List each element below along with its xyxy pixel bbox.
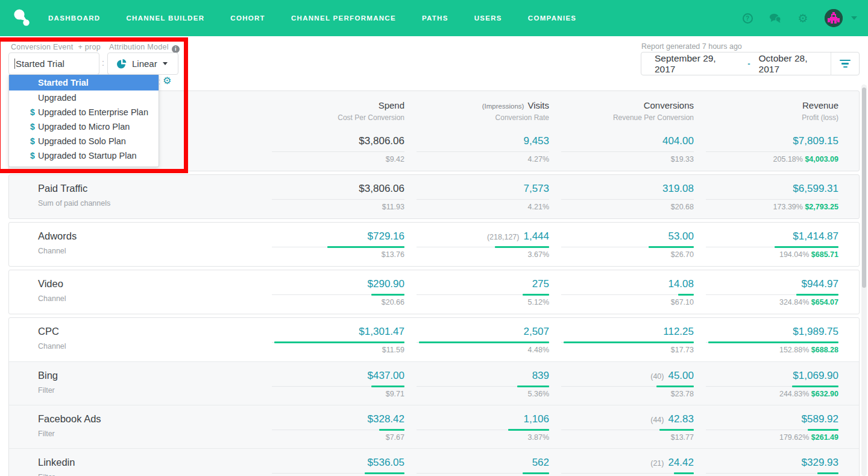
- metric-main-value[interactable]: (40)45.00: [549, 370, 694, 382]
- metric-sub-value: $9.71: [260, 390, 404, 398]
- metric-main-value[interactable]: 404.00: [549, 135, 694, 147]
- info-icon[interactable]: i: [172, 45, 180, 53]
- metric-main-value[interactable]: 14.08: [549, 278, 694, 290]
- metric-main-value[interactable]: 275: [404, 278, 549, 290]
- nav-item-dashboard[interactable]: DASHBOARD: [48, 14, 100, 22]
- app-logo-icon[interactable]: [12, 8, 33, 28]
- metric-main-value[interactable]: 9,453: [404, 135, 549, 147]
- date-range-picker[interactable]: September 29, 2017 - October 28, 2017: [641, 52, 860, 75]
- metric-main-value[interactable]: 2,507: [404, 326, 549, 338]
- value-bar: [678, 294, 694, 296]
- metric-main-value[interactable]: 112.25: [549, 326, 694, 338]
- cell-secondary-value: (44): [650, 416, 664, 424]
- metric-main-value[interactable]: $589.92: [694, 413, 838, 425]
- scrollbar-track[interactable]: [861, 84, 867, 476]
- row-title: CPC: [38, 326, 260, 337]
- value-bar: [365, 472, 404, 474]
- nav-item-companies[interactable]: COMPANIES: [528, 14, 577, 22]
- help-icon[interactable]: ?: [741, 12, 753, 24]
- metric-sub-value: 5.36%: [404, 390, 549, 398]
- metric-main-value[interactable]: $729.16: [260, 230, 404, 243]
- metric-main-value[interactable]: $437.00: [260, 370, 404, 382]
- dropdown-item-upgraded[interactable]: Upgraded: [9, 90, 159, 105]
- metric-main-value[interactable]: 562: [404, 457, 549, 469]
- dropdown-item-started-trial[interactable]: Started Trial: [9, 75, 159, 90]
- nav-item-cohort[interactable]: COHORT: [230, 14, 265, 22]
- cell-rule: [272, 199, 404, 200]
- metric-cell: 404.00 $19.33: [549, 135, 694, 171]
- settings-icon[interactable]: ⚙: [797, 12, 809, 24]
- metric-sub-value: $7.67: [260, 433, 404, 442]
- metric-main-value[interactable]: $329.93: [694, 457, 838, 469]
- row-title: Adwords: [38, 230, 260, 242]
- metric-main-value[interactable]: (44)42.83: [549, 413, 694, 425]
- metric-cell: (21)24.42 $13.51: [549, 457, 694, 476]
- nav-item-paths[interactable]: PATHS: [422, 14, 448, 22]
- cell-rule: [272, 247, 404, 247]
- nav-item-channel-performance[interactable]: CHANNEL PERFORMANCE: [291, 14, 396, 22]
- nav-item-users[interactable]: USERS: [474, 14, 502, 22]
- row-subtitle: Channel: [38, 342, 260, 351]
- metric-sub-value: 152.88% $688.28: [694, 346, 838, 354]
- cell-rule: [706, 294, 838, 295]
- cell-rule: [561, 386, 694, 387]
- profit-value: $654.07: [811, 298, 838, 306]
- metric-main-value: $3,806.06: [260, 183, 404, 195]
- nav-item-channel-builder[interactable]: CHANNEL BUILDER: [126, 14, 204, 22]
- value-bar: [708, 341, 838, 343]
- value-bar: [508, 429, 549, 431]
- conversion-event-input[interactable]: Started Trial: [8, 52, 99, 75]
- metric-cell: $536.05 $21.95: [260, 457, 404, 476]
- value-bar: [817, 472, 838, 474]
- avatar-chevron-icon[interactable]: [851, 16, 857, 20]
- cell-rule: [272, 151, 404, 152]
- cell-rule: [272, 386, 404, 387]
- date-end: October 28, 2017: [759, 53, 831, 75]
- metric-main-value[interactable]: 839: [404, 370, 549, 382]
- metric-main-value[interactable]: $944.97: [694, 278, 838, 290]
- row-title: Paid Traffic: [38, 183, 260, 194]
- metric-sub-value: 179.62% $261.49: [694, 433, 838, 442]
- dropdown-item-upgraded-to-solo-plan[interactable]: $Upgraded to Solo Plan: [9, 134, 159, 148]
- model-settings-gear-icon[interactable]: ⚙: [163, 75, 171, 86]
- metric-main-value[interactable]: $290.90: [260, 278, 404, 290]
- metric-main-value[interactable]: $536.05: [260, 457, 404, 469]
- dropdown-item-upgraded-to-enterprise-plan[interactable]: $Upgraded to Enterprise Plan: [9, 105, 159, 119]
- metric-main-value[interactable]: $328.42: [260, 413, 404, 425]
- metric-main-value[interactable]: 319.08: [549, 183, 694, 195]
- dropdown-item-upgraded-to-micro-plan[interactable]: $Upgraded to Micro Plan: [9, 119, 159, 134]
- metric-main-value[interactable]: (21)24.42: [549, 457, 694, 469]
- table-card: Paid Traffic Sum of paid channels $3,806…: [8, 174, 860, 219]
- avatar[interactable]: [825, 9, 843, 27]
- metric-main-value[interactable]: $7,809.15: [694, 135, 838, 147]
- metric-main-value[interactable]: $6,599.31: [694, 183, 838, 195]
- metric-main-value[interactable]: $1,301.47: [260, 326, 404, 338]
- metric-main-value[interactable]: 7,573: [404, 183, 549, 195]
- metric-main-value[interactable]: $1,069.90: [694, 370, 838, 382]
- attribution-model-label: Attribution Modeli: [109, 43, 180, 53]
- cell-rule: [417, 473, 549, 474]
- attribution-model-dropdown[interactable]: Linear: [107, 52, 178, 75]
- add-prop-link[interactable]: + prop: [78, 43, 101, 51]
- date-start: September 29, 2017: [655, 53, 739, 75]
- metric-main-value[interactable]: 53.00: [549, 230, 694, 243]
- cell-rule: [417, 386, 549, 387]
- metric-main-value[interactable]: $1,414.87: [694, 230, 838, 243]
- metric-main-value[interactable]: (218,127)1,444: [404, 230, 549, 243]
- metric-main-value[interactable]: $1,989.75: [694, 326, 838, 338]
- row-subtitle: Filter: [38, 386, 260, 395]
- metric-cell: $1,301.47 $11.59: [260, 326, 404, 361]
- metric-cell: $3,806.06 $11.93: [260, 183, 404, 218]
- metric-main-value[interactable]: 1,106: [404, 413, 549, 425]
- dropdown-item-upgraded-to-startup-plan[interactable]: $Upgraded to Startup Plan: [9, 148, 159, 163]
- report-options-icon[interactable]: [831, 60, 859, 68]
- cell-rule: [706, 473, 838, 474]
- metric-cell: $290.90 $20.66: [260, 278, 404, 314]
- metric-cell: $7,809.15 205.18% $4,003.09: [694, 135, 838, 171]
- cell-rule: [417, 199, 549, 200]
- metric-sub-value: $20.66: [260, 298, 404, 306]
- scrollbar-thumb[interactable]: [862, 87, 866, 288]
- value-bar: [495, 246, 549, 248]
- report-generated-label: Report generated 7 hours ago: [641, 42, 742, 51]
- chat-icon[interactable]: [769, 12, 781, 24]
